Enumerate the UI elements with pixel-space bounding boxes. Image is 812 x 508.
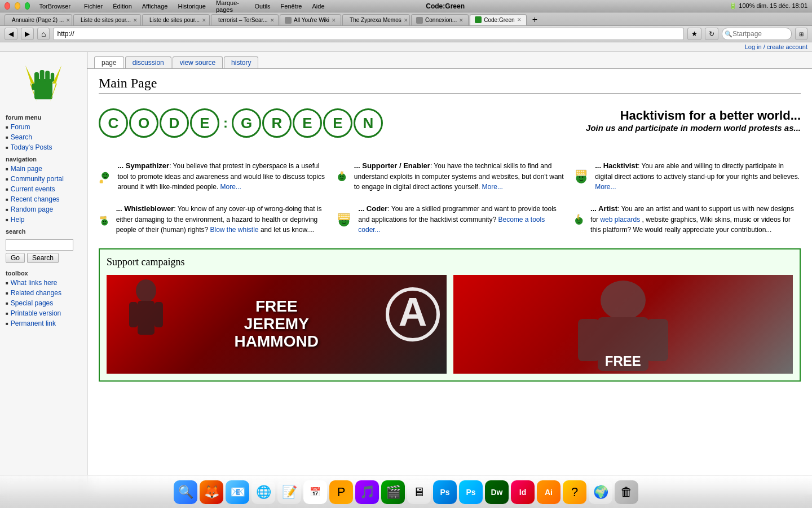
dock-calendar[interactable]: 📅 xyxy=(303,480,327,504)
sidebar-item-help[interactable]: Help xyxy=(0,214,87,225)
sidebar-item-todays-posts[interactable]: Today's Posts xyxy=(0,142,87,152)
supporter-more-link[interactable]: More... xyxy=(482,183,503,191)
wiki-search-input[interactable] xyxy=(6,239,73,251)
login-link[interactable]: Log in / create account xyxy=(745,43,807,50)
refresh-button[interactable]: ↻ xyxy=(705,28,718,40)
tab-0[interactable]: Annuaire (Page 2) ... ✕ xyxy=(5,14,72,25)
tab-close-3[interactable]: ✕ xyxy=(270,17,275,23)
hacktivist-icon xyxy=(573,160,590,194)
dock-illustrator[interactable]: Ai xyxy=(537,480,561,504)
sidebar-item-recent-changes[interactable]: Recent changes xyxy=(0,194,87,204)
dock-world[interactable]: 🌍 xyxy=(589,480,612,504)
new-tab-button[interactable]: + xyxy=(528,14,542,25)
dock-trash[interactable]: 🗑 xyxy=(615,480,638,504)
menu-historique[interactable]: Historique xyxy=(178,3,206,10)
sidebar-item-current-events[interactable]: Current events xyxy=(0,184,87,194)
dock-finder[interactable]: 🔍 xyxy=(174,480,197,504)
tab-label-3: terrorist – TorSear... xyxy=(218,17,268,23)
artist-icon xyxy=(573,203,585,237)
dock-dreamweaver[interactable]: Dw xyxy=(485,480,509,504)
sidebar-item-community-portal[interactable]: Community portal xyxy=(0,174,87,184)
sidebar-item-printable-version[interactable]: Printable version xyxy=(0,308,87,318)
menu-outils[interactable]: Outils xyxy=(254,3,270,10)
menu-edition[interactable]: Édition xyxy=(113,3,132,10)
tab-history[interactable]: history xyxy=(224,56,258,68)
tab-close-7[interactable]: ✕ xyxy=(517,17,522,23)
logo-e: E xyxy=(190,108,219,138)
dock-photoshop[interactable]: Ps xyxy=(433,480,457,504)
tab-view-source[interactable]: view source xyxy=(173,56,223,68)
page-content: Main Page C O D E : G R E E N xyxy=(87,69,812,388)
campaign-1[interactable]: A FREEJEREMYHAMMOND xyxy=(107,275,447,374)
svg-text:A: A xyxy=(398,290,427,334)
campaign-2[interactable]: FREE xyxy=(453,275,793,374)
web-placards-link[interactable]: web placards xyxy=(600,216,640,224)
tab-6[interactable]: Connexion... ✕ xyxy=(411,14,469,25)
dock-textedit[interactable]: 📝 xyxy=(277,480,301,504)
menu-fenetre[interactable]: Fenêtre xyxy=(281,3,302,10)
sympathizer-more-link[interactable]: More... xyxy=(220,183,241,191)
tab-4[interactable]: All You're Wiki ✕ xyxy=(280,14,341,25)
menu-marques[interactable]: Marque-pages xyxy=(216,0,244,13)
sidebar-item-permanent-link[interactable]: Permanent link xyxy=(0,318,87,329)
tab-close-0[interactable]: ✕ xyxy=(66,17,70,23)
svg-rect-64 xyxy=(129,302,138,327)
back-button[interactable]: ◀ xyxy=(5,28,17,40)
dock-mail[interactable]: 📧 xyxy=(226,480,249,504)
role-coder: ... Coder: You are a skilled programmer … xyxy=(336,203,563,237)
browser-search-input[interactable] xyxy=(732,30,789,38)
dock-system[interactable]: 🖥 xyxy=(407,480,431,504)
dock-photoshop2[interactable]: Ps xyxy=(459,480,483,504)
sidebar-item-special-pages[interactable]: Special pages xyxy=(0,298,87,308)
dock-imovie[interactable]: 🎬 xyxy=(381,480,405,504)
sidebar-item-random-page[interactable]: Random page xyxy=(0,204,87,214)
tab-close-1[interactable]: ✕ xyxy=(133,17,138,23)
tab-close-5[interactable]: ✕ xyxy=(404,17,408,23)
sidebar-item-main-page[interactable]: Main page xyxy=(0,164,87,174)
menu-aide[interactable]: Aide xyxy=(312,3,325,10)
mac-dock: 🔍 🦊 📧 🌐 📝 📅 P 🎵 🎬 🖥 Ps Ps Dw Id Ai ? 🌍 🗑 xyxy=(0,475,812,508)
svg-rect-65 xyxy=(155,302,163,327)
home-button[interactable]: ⌂ xyxy=(37,28,50,40)
sidebar-item-search-forum[interactable]: Search xyxy=(0,132,87,142)
role-whistleblower-name: ... Whistleblower xyxy=(116,204,174,213)
close-button[interactable] xyxy=(5,2,10,10)
svg-rect-26 xyxy=(579,171,580,172)
forward-button[interactable]: ▶ xyxy=(21,28,34,40)
go-button[interactable]: Go xyxy=(6,253,25,263)
role-coder-text: ... Coder: You are a skilled programmer … xyxy=(358,203,563,235)
dock-indesign[interactable]: Id xyxy=(511,480,535,504)
page-actions-button[interactable]: ⊞ xyxy=(795,28,807,40)
maximize-button[interactable] xyxy=(25,2,30,10)
tab-5[interactable]: The Zyprexa Memos ✕ xyxy=(342,14,410,25)
svg-line-19 xyxy=(340,172,341,172)
hacktivist-more-link[interactable]: More... xyxy=(595,183,616,191)
menu-affichage[interactable]: Affichage xyxy=(142,3,168,10)
search-button[interactable]: Search xyxy=(27,253,59,263)
forum-menu-title: forum menu xyxy=(0,111,87,122)
dock-itunes[interactable]: 🎵 xyxy=(355,480,379,504)
sidebar-item-forum[interactable]: Forum xyxy=(0,122,87,132)
dock-help[interactable]: ? xyxy=(563,480,586,504)
address-bar[interactable] xyxy=(53,28,684,40)
tab-page[interactable]: page xyxy=(94,56,124,68)
minimize-button[interactable] xyxy=(15,2,20,10)
dock-pages[interactable]: P xyxy=(329,480,353,504)
titlebar-left: TorBrowser Fichier Édition Affichage His… xyxy=(5,0,325,13)
tab-7[interactable]: Code:Green ✕ xyxy=(470,14,526,25)
sidebar-item-what-links-here[interactable]: What links here xyxy=(0,278,87,288)
tab-close-6[interactable]: ✕ xyxy=(459,17,464,23)
tab-discussion[interactable]: discussion xyxy=(125,56,171,68)
bookmark-button[interactable]: ★ xyxy=(687,28,701,40)
menu-fichier[interactable]: Fichier xyxy=(84,3,103,10)
tab-2[interactable]: Liste de sites pour... ✕ xyxy=(142,14,210,25)
sidebar-item-related-changes[interactable]: Related changes xyxy=(0,288,87,298)
tab-close-4[interactable]: ✕ xyxy=(332,17,336,23)
dock-safari[interactable]: 🌐 xyxy=(251,480,275,504)
logo-e2: E xyxy=(293,108,322,138)
tab-1[interactable]: Liste de sites pour... ✕ xyxy=(73,14,141,25)
blow-whistle-link[interactable]: Blow the whistle xyxy=(210,226,259,234)
dock-firefox[interactable]: 🦊 xyxy=(200,480,223,504)
tab-3[interactable]: terrorist – TorSear... ✕ xyxy=(211,14,279,25)
tab-close-2[interactable]: ✕ xyxy=(202,17,206,23)
